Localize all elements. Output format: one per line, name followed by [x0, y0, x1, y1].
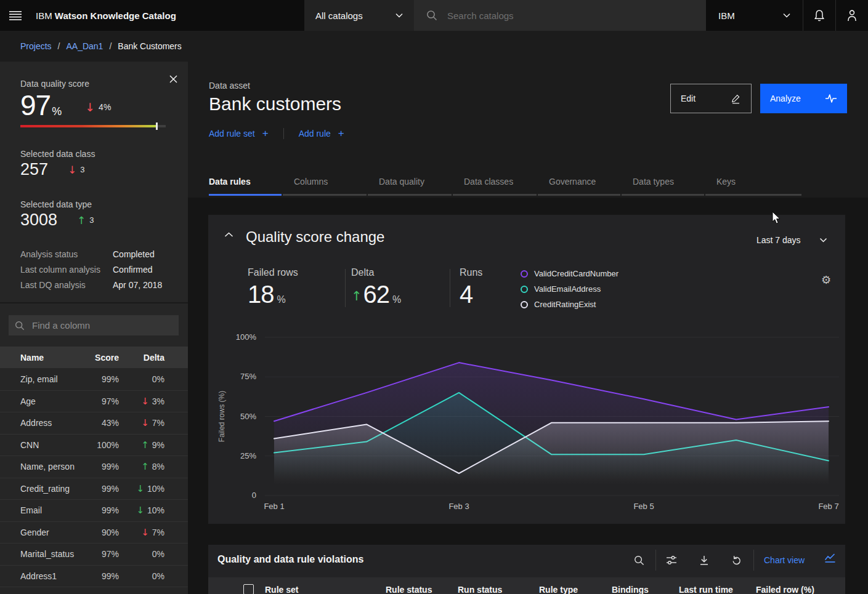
svg-text:Feb 3: Feb 3: [448, 502, 469, 511]
catalog-dropdown-label: All catalogs: [315, 10, 363, 21]
analyze-button[interactable]: Analyze: [760, 84, 847, 113]
meta-value: Completed: [113, 249, 155, 259]
breadcrumb-separator: /: [109, 41, 112, 51]
arrow-down-icon: ↓: [85, 100, 95, 114]
column-score-row[interactable]: Email99%↓10%: [0, 499, 188, 521]
column-score-row[interactable]: ↑: [0, 587, 188, 594]
score-value: 97: [20, 89, 51, 122]
tab-data-classes[interactable]: Data classes: [453, 173, 537, 196]
download-icon[interactable]: [694, 550, 714, 570]
tab-data-types[interactable]: Data types: [622, 173, 704, 196]
search-input[interactable]: [446, 10, 694, 22]
meta-value: Confirmed: [113, 265, 153, 275]
column-header[interactable]: Failed row (%): [756, 585, 814, 594]
search-icon[interactable]: [629, 550, 649, 570]
column-score: 97%: [83, 549, 119, 559]
breadcrumb-separator: /: [58, 41, 60, 51]
column-name: Age: [20, 396, 83, 406]
svg-text:Feb 5: Feb 5: [633, 502, 654, 511]
tab-governance[interactable]: Governance: [538, 173, 620, 196]
column-header[interactable]: Last run time: [679, 585, 733, 594]
catalog-dropdown[interactable]: All catalogs: [304, 0, 414, 31]
column-delta: ↓10%: [119, 483, 188, 494]
chart-view-toggle[interactable]: Chart view: [764, 555, 805, 565]
add-rule-label: Add rule: [299, 129, 331, 138]
tab-underline: [622, 194, 704, 196]
meta-label: Last column analysis: [20, 265, 113, 275]
tab-label: Columns: [283, 173, 367, 187]
breadcrumb-item[interactable]: Projects: [20, 41, 52, 51]
header-score[interactable]: Score: [83, 353, 119, 363]
hamburger-menu-icon[interactable]: [0, 0, 31, 31]
profile-button[interactable]: [835, 0, 868, 31]
global-search: [414, 0, 706, 31]
select-all-checkbox[interactable]: [243, 584, 254, 594]
breadcrumb-item[interactable]: AA_Dan1: [66, 41, 103, 51]
column-score-row[interactable]: Name, person99%↑8%: [0, 456, 188, 478]
breadcrumb-item: Bank Customers: [118, 41, 181, 51]
account-dropdown-label: IBM: [718, 10, 735, 21]
column-delta: 0%: [119, 571, 188, 581]
data-type-delta: 3: [89, 215, 94, 225]
delta-value: 10%: [147, 505, 164, 515]
svg-text:75%: 75%: [240, 372, 256, 381]
pencil-icon: [731, 94, 741, 104]
column-name: Email: [20, 505, 83, 515]
chevron-down-icon: [395, 13, 403, 18]
column-name: CNN: [20, 440, 83, 450]
asset-type-label: Data asset: [209, 81, 250, 90]
edit-button[interactable]: Edit: [670, 84, 752, 113]
column-header[interactable]: Run status: [458, 585, 502, 594]
tab-columns[interactable]: Columns: [283, 173, 367, 196]
tab-underline: [705, 194, 801, 196]
add-rule-set-link[interactable]: Add rule set+: [209, 127, 269, 140]
account-dropdown[interactable]: IBM: [706, 0, 803, 31]
tab-data-quality[interactable]: Data quality: [368, 173, 452, 196]
brand-prefix: IBM: [36, 10, 52, 21]
column-score-row[interactable]: Zip, email99%0%: [0, 368, 188, 390]
column-score-row[interactable]: Credit_rating99%↓10%: [0, 478, 188, 500]
column-score: 99%: [83, 484, 119, 494]
close-icon[interactable]: [166, 71, 180, 86]
notifications-button[interactable]: [803, 0, 835, 31]
tab-keys[interactable]: Keys: [705, 173, 801, 196]
app-brand[interactable]: IBM Watson Knowledge Catalog: [36, 10, 176, 21]
column-delta: 0%: [119, 374, 188, 384]
column-score-row[interactable]: Address199%0%: [0, 565, 188, 587]
column-score-row[interactable]: Address43%↓7%: [0, 412, 188, 434]
column-header[interactable]: Rule status: [386, 585, 432, 594]
reset-icon[interactable]: [726, 550, 746, 570]
column-delta: ↑9%: [119, 439, 188, 451]
analyze-button-label: Analyze: [770, 94, 801, 103]
column-score-row[interactable]: Gender90%↓7%: [0, 521, 188, 544]
column-header[interactable]: Rule type: [539, 585, 578, 594]
column-header[interactable]: Rule set: [265, 585, 298, 594]
activity-pulse-icon: [825, 94, 837, 103]
find-column-input[interactable]: [31, 319, 172, 331]
header-name[interactable]: Name: [20, 353, 83, 363]
arrow-up-icon: ↑: [141, 439, 149, 451]
column-table-header: Name Score Delta: [0, 347, 188, 368]
column-score-row[interactable]: Age97%↓3%: [0, 390, 188, 412]
breadcrumb: Projects/AA_Dan1/Bank Customers: [0, 31, 868, 62]
column-score-row[interactable]: Marital_status97%0%: [0, 543, 188, 565]
column-score-row[interactable]: CNN100%↑9%: [0, 434, 188, 456]
header-delta[interactable]: Delta: [119, 353, 188, 363]
navbar-left: IBM Watson Knowledge Catalog: [0, 0, 304, 31]
settings-adjust-icon[interactable]: [662, 550, 681, 570]
tab-label: Keys: [705, 173, 801, 187]
edit-button-label: Edit: [681, 94, 696, 103]
line-chart-icon[interactable]: [824, 553, 836, 563]
delta-value: 0%: [152, 571, 164, 581]
svg-text:100%: 100%: [236, 332, 257, 342]
svg-text:Feb 7: Feb 7: [818, 502, 838, 511]
tab-data-rules[interactable]: Data rules: [209, 173, 282, 196]
meta-value: Apr 07, 2018: [113, 280, 162, 290]
arrow-up-icon: ↑: [77, 214, 86, 227]
violations-title: Quality and data rule violations: [217, 554, 363, 565]
arrow-down-icon: ↓: [141, 527, 149, 538]
column-score: 97%: [83, 396, 119, 406]
column-name: Address: [20, 418, 83, 428]
column-header[interactable]: Bindings: [612, 585, 649, 594]
add-rule-link[interactable]: Add rule+: [299, 127, 344, 140]
